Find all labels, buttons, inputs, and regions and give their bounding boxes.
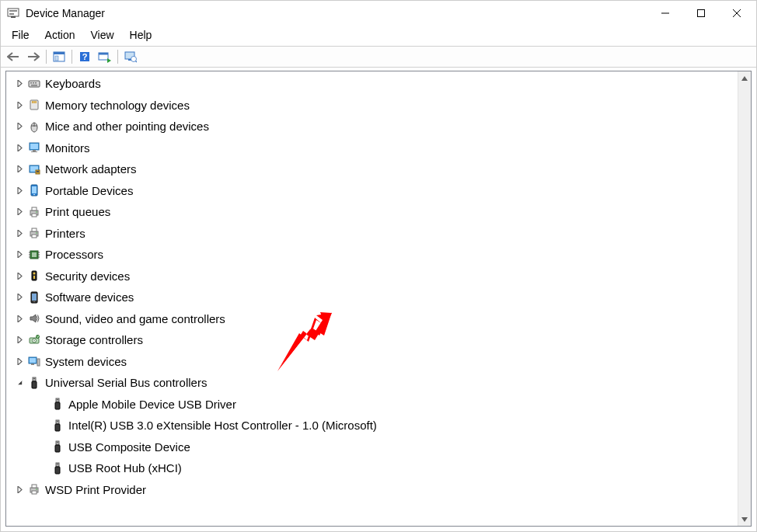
tree-node-label: Software devices <box>45 290 134 304</box>
expand-icon[interactable] <box>14 78 25 89</box>
tree-node-label: Security devices <box>45 269 130 283</box>
svg-rect-1 <box>9 10 17 12</box>
window-controls <box>647 2 755 25</box>
close-button[interactable] <box>719 2 755 25</box>
vertical-scrollbar[interactable] <box>738 71 751 526</box>
help-button[interactable]: ? <box>75 48 94 65</box>
window-title: Device Manager <box>26 7 647 19</box>
expand-icon[interactable] <box>14 270 25 281</box>
tree-node-security[interactable]: Security devices <box>6 266 751 287</box>
svg-rect-0 <box>8 9 19 16</box>
tree-node-label: Universal Serial Bus controllers <box>45 376 207 389</box>
tree-node-label: Printers <box>45 227 85 240</box>
usb-icon <box>51 440 64 453</box>
tree-node-portable[interactable]: Portable Devices <box>6 180 751 202</box>
expand-icon[interactable] <box>14 356 25 367</box>
expand-icon[interactable] <box>14 121 25 132</box>
tree-node-usb[interactable]: Universal Serial Bus controllers <box>6 372 751 394</box>
tree-node-usb-composite[interactable]: USB Composite Device <box>6 436 751 458</box>
tree-node-label: Memory technology devices <box>45 99 190 112</box>
app-icon <box>7 7 19 19</box>
tree-node-printqueues[interactable]: Print queues <box>6 201 751 223</box>
tree-node-system[interactable]: System devices <box>6 351 751 373</box>
network-icon <box>28 163 40 176</box>
svg-text:?: ? <box>82 52 88 61</box>
expand-icon[interactable] <box>14 292 25 303</box>
tree-node-usb-roothub[interactable]: USB Root Hub (xHCI) <box>6 457 751 479</box>
expand-icon[interactable] <box>14 164 25 175</box>
tree-node-monitors[interactable]: Monitors <box>6 137 751 159</box>
tree-node-label: Processors <box>45 248 103 261</box>
memcard-icon <box>28 99 40 111</box>
svg-point-17 <box>131 57 137 62</box>
system-icon <box>28 355 40 367</box>
usb-icon <box>51 462 64 475</box>
tree-node-mice[interactable]: Mice and other pointing devices <box>6 116 751 137</box>
expand-icon[interactable] <box>14 99 25 110</box>
tree-node-label: Print queues <box>45 205 110 218</box>
sound-icon <box>28 312 40 325</box>
expand-icon[interactable] <box>14 142 25 153</box>
menu-action[interactable]: Action <box>39 27 82 43</box>
menu-view[interactable]: View <box>84 27 120 43</box>
usb-icon <box>51 419 64 432</box>
tree-node-label: Network adapters <box>45 162 137 176</box>
tree-node-storage[interactable]: Storage controllers <box>6 329 751 351</box>
scan-hardware-button[interactable] <box>96 48 114 65</box>
tree-node-wsd[interactable]: WSD Print Provider <box>6 479 751 501</box>
titlebar: Device Manager <box>1 1 756 26</box>
toolbar: ? <box>1 46 756 68</box>
svg-rect-14 <box>99 53 108 55</box>
expand-icon[interactable] <box>14 185 25 196</box>
tree-node-label: Sound, video and game controllers <box>45 312 225 325</box>
mouse-icon <box>28 120 40 133</box>
cpu-icon <box>28 249 40 261</box>
tree-node-label: Apple Mobile Device USB Driver <box>68 398 236 411</box>
back-button[interactable] <box>4 48 23 65</box>
scroll-down-button[interactable] <box>738 513 751 526</box>
tree-node-processors[interactable]: Processors <box>6 244 751 266</box>
tree-node-label: Mice and other pointing devices <box>45 120 209 133</box>
minimize-button[interactable] <box>647 2 683 25</box>
menu-help[interactable]: Help <box>124 27 159 43</box>
keyboard-icon <box>28 78 40 90</box>
svg-line-18 <box>136 61 138 63</box>
tree-node-sound[interactable]: Sound, video and game controllers <box>6 308 751 330</box>
usb-icon <box>28 377 40 389</box>
tree-node-label: WSD Print Provider <box>45 483 146 496</box>
tree-node-printers[interactable]: Printers <box>6 223 751 245</box>
tree-node-label: Keyboards <box>45 77 101 90</box>
scroll-up-button[interactable] <box>738 71 751 85</box>
software-icon <box>28 291 40 304</box>
expand-icon[interactable] <box>14 484 25 495</box>
menu-file[interactable]: File <box>5 27 36 43</box>
show-hide-tree-button[interactable] <box>50 48 68 65</box>
tree-node-label: Storage controllers <box>45 333 143 346</box>
tree-node-software[interactable]: Software devices <box>6 287 751 308</box>
tree-node-keyboards[interactable]: Keyboards <box>6 73 751 95</box>
svg-rect-10 <box>55 56 58 61</box>
tree-node-usb-intel[interactable]: Intel(R) USB 3.0 eXtensible Host Control… <box>6 415 751 436</box>
tree-node-label: Portable Devices <box>45 184 133 197</box>
expand-icon[interactable] <box>14 249 25 260</box>
tree-node-label: USB Root Hub (xHCI) <box>68 461 182 475</box>
printer-icon <box>28 206 40 218</box>
devices-monitor-button[interactable] <box>121 48 140 65</box>
expand-icon[interactable] <box>14 228 25 238</box>
expand-icon[interactable] <box>14 207 25 217</box>
toolbar-separator <box>72 50 72 64</box>
device-tree[interactable]: KeyboardsMemory technology devicesMice a… <box>6 71 751 526</box>
expand-icon[interactable] <box>14 335 25 346</box>
maximize-button[interactable] <box>683 2 719 25</box>
usb-icon <box>51 398 64 410</box>
tree-node-network[interactable]: Network adapters <box>6 158 751 180</box>
forward-button[interactable] <box>24 48 43 65</box>
tree-node-usb-apple[interactable]: Apple Mobile Device USB Driver <box>6 394 751 416</box>
security-icon <box>28 269 40 282</box>
svg-rect-5 <box>698 10 705 17</box>
collapse-icon[interactable] <box>14 377 25 388</box>
monitor-icon <box>28 141 40 154</box>
expand-icon[interactable] <box>14 313 25 324</box>
tree-node-memory-tech[interactable]: Memory technology devices <box>6 95 751 116</box>
storage-icon <box>28 334 40 346</box>
